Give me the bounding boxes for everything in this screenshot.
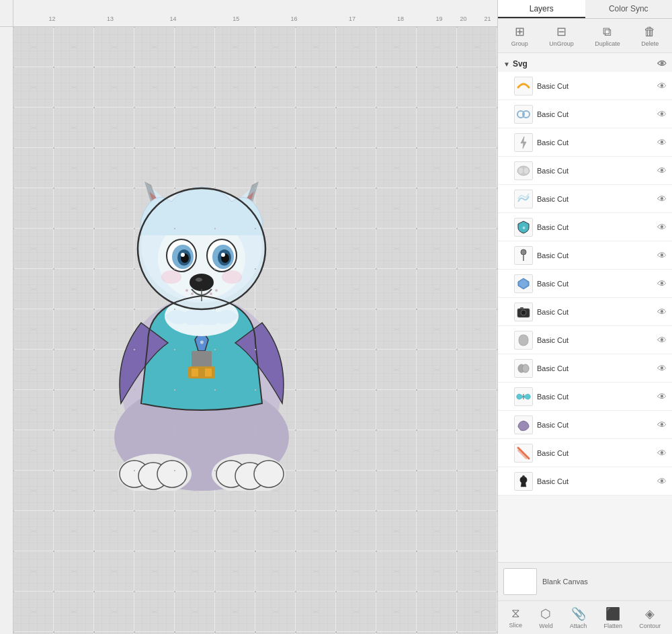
svg-point-55 xyxy=(523,167,529,174)
svg-point-62 xyxy=(521,310,526,315)
layer-item[interactable]: Basic Cut 👁 xyxy=(498,326,672,354)
layer-visibility-toggle[interactable]: 👁 xyxy=(657,250,667,261)
layer-item[interactable]: Basic Cut 👁 xyxy=(498,411,672,439)
layer-visibility-toggle[interactable]: 👁 xyxy=(657,81,667,91)
layer-visibility-toggle[interactable]: 👁 xyxy=(657,165,667,176)
ruler-tick: 15 xyxy=(233,15,239,22)
panel-toolbar: ⊞ Group ⊟ UnGroup ⧉ Duplicate 🗑 Delete xyxy=(498,19,672,53)
slice-button[interactable]: ⧖ Slice xyxy=(505,605,527,630)
layer-thumbnail xyxy=(514,246,533,265)
bottom-toolbar: ⧖ Slice ⬡ Weld 📎 Attach ⬛ Flatten ◈ Cont… xyxy=(498,600,672,634)
layer-item[interactable]: Basic Cut 👁 xyxy=(498,128,672,157)
svg-point-19 xyxy=(141,188,262,303)
svg-point-45 xyxy=(157,461,187,487)
svg-point-3 xyxy=(121,296,282,471)
layer-visibility-toggle[interactable]: 👁 xyxy=(657,363,667,374)
layer-visibility-toggle[interactable]: 👁 xyxy=(657,109,667,120)
ruler-tick: 18 xyxy=(397,15,404,22)
ruler-top: 12 13 14 15 16 17 18 19 20 21 xyxy=(0,0,497,27)
layer-thumbnail xyxy=(514,190,533,208)
character-svg: ❄ xyxy=(74,101,329,491)
svg-point-50 xyxy=(138,188,265,309)
svg-point-39 xyxy=(210,292,212,295)
layer-item[interactable]: Basic Cut 👁 xyxy=(498,72,672,100)
svg-rect-9 xyxy=(192,368,198,377)
ruler-tick: 14 xyxy=(170,15,177,22)
character-image: ❄ xyxy=(47,61,356,531)
layer-visibility-toggle[interactable]: 👁 xyxy=(657,476,667,487)
layer-visibility-toggle[interactable]: 👁 xyxy=(657,222,667,233)
svg-point-36 xyxy=(185,289,188,292)
weld-button[interactable]: ⬡ Weld xyxy=(535,605,556,631)
svg-marker-14 xyxy=(232,182,259,215)
svg-marker-15 xyxy=(149,192,168,212)
layer-item[interactable]: ❄ Basic Cut 👁 xyxy=(498,213,672,241)
svg-point-23 xyxy=(177,249,191,266)
svg-point-27 xyxy=(212,245,234,269)
svg-point-12 xyxy=(138,188,265,309)
layer-visibility-toggle[interactable]: 👁 xyxy=(657,194,667,204)
flatten-button[interactable]: ⬛ Flatten xyxy=(600,605,627,631)
grid-canvas[interactable]: ❄ xyxy=(13,27,497,634)
delete-button[interactable]: 🗑 Delete xyxy=(637,24,663,48)
svg-marker-16 xyxy=(235,192,254,212)
group-icon: ⊞ xyxy=(515,24,525,39)
svg-point-25 xyxy=(181,253,185,257)
svg-rect-8 xyxy=(188,366,215,379)
svg-marker-13 xyxy=(144,182,171,215)
svg-point-54 xyxy=(518,167,523,174)
layer-thumbnail: ❄ xyxy=(514,218,533,237)
svg-rect-7 xyxy=(192,351,212,374)
svg-eye-icon[interactable]: 👁 xyxy=(657,58,667,69)
layer-item[interactable]: Basic Cut 👁 xyxy=(498,157,672,185)
layer-item[interactable]: Basic Cut 👁 xyxy=(498,185,672,213)
canvas-area: 12 13 14 15 16 17 18 19 20 21 xyxy=(0,0,497,634)
svg-line-67 xyxy=(518,448,529,459)
canvas-preview: Blank Canvas xyxy=(498,562,672,600)
svg-rect-2 xyxy=(13,27,497,634)
tab-layers[interactable]: Layers xyxy=(498,0,585,18)
tab-color-sync[interactable]: Color Sync xyxy=(585,0,673,18)
svg-point-41 xyxy=(222,270,242,284)
layer-list: ▼ Svg 👁 Basic Cut 👁 Basic Cut 👁 xyxy=(498,53,672,562)
layer-visibility-toggle[interactable]: 👁 xyxy=(657,391,667,402)
layer-visibility-toggle[interactable]: 👁 xyxy=(657,278,667,289)
ruler-tick: 20 xyxy=(460,15,467,22)
layer-visibility-toggle[interactable]: 👁 xyxy=(657,335,667,346)
group-button[interactable]: ⊞ Group xyxy=(507,23,532,48)
layer-item[interactable]: Basic Cut 👁 xyxy=(498,467,672,496)
layer-item[interactable]: Basic Cut 👁 xyxy=(498,298,672,326)
slice-icon: ⧖ xyxy=(511,606,520,621)
layer-visibility-toggle[interactable]: 👁 xyxy=(657,420,667,430)
layer-item[interactable]: Basic Cut 👁 xyxy=(498,270,672,298)
svg-point-43 xyxy=(120,461,149,487)
layer-thumbnail xyxy=(514,444,533,463)
expand-icon: ▼ xyxy=(503,61,510,68)
duplicate-button[interactable]: ⧉ Duplicate xyxy=(591,24,624,48)
layer-visibility-toggle[interactable]: 👁 xyxy=(657,137,667,148)
ruler-corner xyxy=(0,0,13,27)
delete-icon: 🗑 xyxy=(644,25,656,39)
svg-point-31 xyxy=(167,239,196,272)
duplicate-icon: ⧉ xyxy=(603,25,612,39)
layer-thumbnail xyxy=(514,133,533,152)
svg-group-header[interactable]: ▼ Svg 👁 xyxy=(498,56,672,72)
layer-item[interactable]: Basic Cut 👁 xyxy=(498,100,672,128)
layer-visibility-toggle[interactable]: 👁 xyxy=(657,448,667,459)
attach-button[interactable]: 📎 Attach xyxy=(566,605,591,631)
layer-visibility-toggle[interactable]: 👁 xyxy=(657,307,667,317)
ungroup-icon: ⊟ xyxy=(556,24,566,39)
grid-cross-pattern xyxy=(13,27,497,634)
svg-marker-17 xyxy=(144,182,161,215)
svg-point-30 xyxy=(221,253,225,257)
contour-button[interactable]: ◈ Contour xyxy=(635,605,665,631)
layer-item[interactable]: Basic Cut 👁 xyxy=(498,383,672,411)
contour-icon: ◈ xyxy=(645,606,655,621)
ungroup-button[interactable]: ⊟ UnGroup xyxy=(545,23,578,48)
svg-point-37 xyxy=(191,292,194,295)
layer-item[interactable]: Basic Cut 👁 xyxy=(498,241,672,270)
layer-item[interactable]: Basic Cut 👁 xyxy=(498,354,672,383)
svg-point-22 xyxy=(172,245,194,269)
layer-item[interactable]: Basic Cut 👁 xyxy=(498,439,672,467)
svg-marker-18 xyxy=(242,182,259,215)
